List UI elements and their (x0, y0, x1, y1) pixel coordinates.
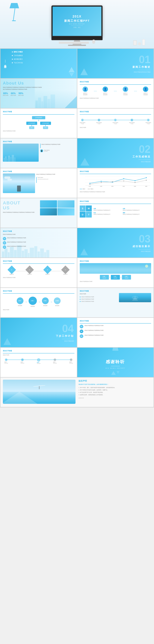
org-title: 添加文字标题 (80, 81, 151, 83)
slide-section-03: 03 成功项目展示 添加文字概述说明 (77, 228, 154, 258)
city-slide-title: 添加文字标题 (3, 140, 75, 143)
section-03-title: 成功项目展示 (133, 245, 151, 248)
section-01-subtitle: 添加文字概述说明添加文字概述 (133, 71, 151, 73)
section-04-subtitle: 添加文字概述说明 (56, 340, 74, 342)
circle-2: 步骤二 添加说明 (29, 297, 37, 307)
diamond-3: 03 添加文字 (45, 267, 51, 275)
cup (133, 40, 137, 45)
svg-text:04年: 04年 (123, 186, 125, 187)
svg-point-11 (101, 182, 101, 183)
numbered-items: 01 添加文字说明添加文字说明添加文字说明 02 添加文字说明添加文字说明添加文… (80, 325, 151, 338)
about-large-text: ABOUTUS (3, 200, 38, 210)
person-3: 👤 添加文字添加说明 (123, 86, 128, 96)
slides-grid: 目录 新闻工作概述 工作完成情况 成功项目展示 (0, 48, 154, 408)
lamp-shade-left (9, 3, 19, 8)
lamp-base-left (12, 20, 16, 21)
stat-2: 66% 添加文字说明 (10, 92, 16, 96)
photo-3 (40, 208, 57, 216)
stat-3: 99% 添加文字说明 (18, 92, 24, 96)
about-content: About Us 添加文字说明添加文字说明添加文字说明添加文字说明添加文字说明添… (3, 81, 75, 96)
page-wrapper: 201X 新闻工作汇报PPT BIG NEWS REPORT 汇报人：张三 (0, 0, 154, 408)
svg-text:02年: 02年 (100, 186, 102, 187)
chart-desc: 添加文字说明添加文字说明添加文字说明添加文字说明 (80, 191, 151, 193)
timeline-track: Track Name子标题 Track Name子标题 Track Name子标… (80, 119, 151, 124)
svg-point-14 (135, 182, 135, 183)
slide-org-tree: 添加文字标题 公司高层领导 公司高层领导 部门 公司高层领导 (0, 108, 77, 138)
diamond-title: 添加文字标题 (3, 260, 75, 262)
slide-numbered-list: 添加文字标题 01 添加文字说明添加文字说明添加文字说明 02 添加文字说明添加… (77, 318, 154, 347)
arrow-3: → (50, 300, 53, 304)
diamond-desc: 添加文字说明添加文字说明 (3, 277, 75, 278)
toc-item-4: 下步工作计划 (12, 62, 75, 64)
svg-point-15 (146, 180, 147, 181)
landscape-title: 添加文字标题 (80, 260, 151, 262)
screen-title-cn: 新闻工作汇报PPT (64, 19, 90, 23)
svg-point-10 (89, 184, 90, 185)
section-04-title: 下步工作计划 (56, 334, 74, 338)
toc-triangles (69, 67, 75, 77)
slide-text-city: 添加文字标题 (0, 228, 77, 258)
chart-legend: 数据一 数据二 (80, 188, 151, 190)
people-row: 👤 添加文字添加说明 👤 添加文字添加说明 👤 添加文字添加说明 (80, 86, 151, 96)
keyboard (59, 42, 89, 44)
text-city-body: 添加文字说明添加文字说明 (3, 234, 75, 236)
tl-3: Track Name子标题 (112, 119, 118, 124)
sec02-tri (80, 158, 89, 166)
tl-1: Track Name子标题 (80, 119, 85, 124)
screen-subtitle: 汇报人：张三 (64, 26, 90, 28)
imac-base (68, 45, 86, 46)
sky-slide-title: 添加文字标题 (3, 170, 75, 172)
screen-content: 201X 新闻工作汇报PPT BIG NEWS REPORT 汇报人：张三 (64, 14, 90, 28)
section-03-content: 03 成功项目展示 添加文字概述说明 (133, 234, 151, 252)
section-04-content: 04 下步工作计划 添加文字概述说明 (56, 323, 74, 342)
section-02-subtitle: 添加文字概述说明 (133, 161, 151, 162)
org-desc: 添加文字说明添加文字说明添加文字说明 (80, 97, 151, 99)
toc-item-2: 工作完成情况 (12, 54, 75, 56)
item-02: 02 添加文字说明添加文字说明添加文字说明 (80, 330, 151, 333)
slide-copyright: 版权声明 请勿将本产品用于违法违规用途，如有问题请联系我们！ 1. 本PPT内容… (0, 378, 154, 407)
about-us-title: About Us (3, 81, 75, 86)
thank-triangles (111, 371, 120, 375)
about-stats: 88% 添加文字说明 66% 添加文字说明 99% 添加文字说明 (3, 92, 75, 96)
slide-year-timeline: 添加文字标题 添加文字说明 2021添加说明 2022添加说明 (0, 348, 77, 377)
circle-flow-desc: 添加文字说明 (3, 309, 75, 310)
swot-w: W (86, 206, 92, 211)
copyright-title: 版权声明 (78, 380, 151, 382)
hero-section: 201X 新闻工作汇报PPT BIG NEWS REPORT 汇报人：张三 (0, 0, 154, 48)
slide-swot: 添加文字标题 S W O T 优势 添加文字说明添加文字说明添加文字 (77, 198, 154, 228)
swot-descs: 优势 添加文字说明添加文字说明添加文字 劣势 添加文字说明添加文字说明添加文字 … (93, 208, 151, 215)
thank-you-text: 感谢聆听 (106, 359, 125, 365)
glider-photo (3, 380, 76, 404)
copyright-body: 1. 本PPT内容、图片、版权均由原作者或机构拥有，如有侵权请告知。 2. 本P… (78, 386, 151, 396)
slide-line-chart: 添加文字标题 (77, 168, 154, 198)
slide-section-02: 02 工作完成情况 添加文字概述说明 (77, 138, 154, 168)
line-chart-svg: 01年 02年 03年 04年 05年 06年 (80, 175, 151, 187)
swot-t: T (86, 212, 92, 218)
diamond-1: 01 添加文字 (9, 267, 15, 275)
item-01: 01 添加文字说明添加文字说明添加文字说明 (80, 325, 151, 328)
item-03: 03 添加文字说明添加文字说明添加文字说明 (80, 334, 151, 338)
person-1: 👤 添加文字添加说明 (82, 86, 88, 96)
slide-lake-photo: 添加文字标题 添加文字说明 添加文字说明添加文字说明 添加文字说明添加文字说明 (77, 288, 154, 317)
swot-s: S (80, 206, 85, 211)
sky-content: 添加文字说明添加文字说明添加文字说明 Track Name添加说明添加说明添加说… (3, 174, 75, 193)
toc-item-3: 成功项目展示 (12, 58, 75, 60)
toc-vertical-text: 目录 (3, 60, 7, 68)
screen-divider (71, 26, 83, 26)
step-1: 步骤一添加说明 (100, 275, 109, 280)
photo-2 (58, 200, 75, 208)
slide-circle-flow: 添加文字标题 步骤一 添加说明 → 步骤二 添加说明 → 步骤三 添加 (0, 288, 77, 317)
slide-timeline: 添加文字标题 Track Name子标题 Track Name子标题 (77, 108, 154, 138)
org-tree-title: 添加文字标题 (3, 111, 75, 113)
city-photo (3, 144, 39, 162)
svg-point-7 (123, 178, 124, 179)
circle-1: 步骤一 添加说明 (17, 298, 23, 306)
about-large-body: 添加文字说明添加文字说明添加文字说明添加文字说明添加文字说明 (3, 212, 38, 213)
circle-4: 步骤四 添加说明 (54, 298, 61, 306)
person-2: 👤 添加文字添加说明 (103, 86, 108, 96)
timeline-title: 添加文字标题 (80, 111, 151, 113)
tl-5: Track Name子标题 (146, 119, 151, 124)
swot-t-desc: 威胁 添加文字说明添加文字说明添加文字 (123, 212, 151, 215)
svg-point-4 (89, 183, 90, 184)
landscape-photo (80, 263, 151, 274)
